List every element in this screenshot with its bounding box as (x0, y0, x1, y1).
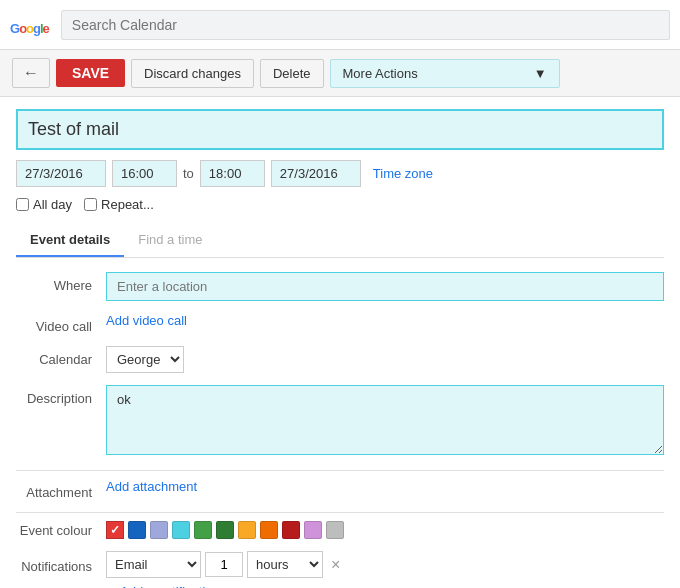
notification-type-select[interactable]: Email Notification (106, 551, 201, 578)
main-content: to Time zone All day Repeat... Event det… (0, 97, 680, 588)
repeat-checkbox[interactable] (84, 198, 97, 211)
discard-button[interactable]: Discard changes (131, 59, 254, 88)
add-notification-link[interactable]: Add a notification (120, 584, 220, 588)
tab-find-time[interactable]: Find a time (124, 224, 216, 257)
event-colour-row: Event colour (16, 521, 664, 539)
more-actions-button[interactable]: More Actions ▼ (330, 59, 560, 88)
divider-2 (16, 512, 664, 513)
video-call-row: Video call Add video call (16, 313, 664, 334)
back-button[interactable]: ← (12, 58, 50, 88)
attachment-row: Attachment Add attachment (16, 479, 664, 500)
add-notification-row: Add a notification (16, 584, 664, 588)
colour-swatch-blue[interactable] (128, 521, 146, 539)
colour-swatch-dark-red[interactable] (282, 521, 300, 539)
to-label: to (183, 166, 194, 181)
add-attachment-link[interactable]: Add attachment (106, 479, 197, 494)
description-label: Description (16, 385, 106, 406)
search-input[interactable] (61, 10, 670, 40)
notifications-label: Notifications (16, 555, 106, 574)
save-button[interactable]: SAVE (56, 59, 125, 87)
colour-swatch-lavender[interactable] (150, 521, 168, 539)
attachment-value: Add attachment (106, 479, 664, 494)
repeat-checkbox-label[interactable]: Repeat... (84, 197, 154, 212)
datetime-row: to Time zone (16, 160, 664, 187)
start-time-input[interactable] (112, 160, 177, 187)
colour-swatch-red-checked[interactable] (106, 521, 124, 539)
chevron-down-icon: ▼ (534, 66, 547, 81)
calendar-row: Calendar George (16, 346, 664, 373)
colour-swatch-orange[interactable] (260, 521, 278, 539)
header: Google (0, 0, 680, 50)
notification-unit-select[interactable]: minutes hours days weeks (247, 551, 323, 578)
toolbar: ← SAVE Discard changes Delete More Actio… (0, 50, 680, 97)
all-day-label: All day (33, 197, 72, 212)
colour-swatch-yellow[interactable] (238, 521, 256, 539)
calendar-value: George (106, 346, 664, 373)
description-value: ok (106, 385, 664, 458)
calendar-label: Calendar (16, 346, 106, 367)
notification-number-input[interactable] (205, 552, 243, 577)
colour-swatch-grey[interactable] (326, 521, 344, 539)
all-day-checkbox[interactable] (16, 198, 29, 211)
video-call-value: Add video call (106, 313, 664, 328)
event-colour-label: Event colour (16, 523, 106, 538)
description-textarea[interactable]: ok (106, 385, 664, 455)
where-label: Where (16, 272, 106, 293)
notifications-row: Notifications Email Notification minutes… (16, 551, 664, 578)
add-video-call-link[interactable]: Add video call (106, 313, 187, 328)
notifications-controls: Email Notification minutes hours days we… (106, 551, 340, 578)
tab-event-details[interactable]: Event details (16, 224, 124, 257)
video-call-label: Video call (16, 313, 106, 334)
timezone-link[interactable]: Time zone (373, 166, 433, 181)
repeat-label: Repeat... (101, 197, 154, 212)
calendar-select[interactable]: George (106, 346, 184, 373)
notification-remove-button[interactable]: × (331, 556, 340, 574)
end-date-input[interactable] (271, 160, 361, 187)
start-date-input[interactable] (16, 160, 106, 187)
all-day-checkbox-label[interactable]: All day (16, 197, 72, 212)
options-row: All day Repeat... (16, 197, 664, 212)
colour-swatch-green[interactable] (194, 521, 212, 539)
divider-1 (16, 470, 664, 471)
tabs: Event details Find a time (16, 224, 664, 258)
attachment-label: Attachment (16, 479, 106, 500)
event-title-input[interactable] (16, 109, 664, 150)
location-input[interactable] (106, 272, 664, 301)
delete-button[interactable]: Delete (260, 59, 324, 88)
colour-swatch-teal[interactable] (172, 521, 190, 539)
where-row: Where (16, 272, 664, 301)
google-logo: Google (10, 9, 49, 40)
colour-swatch-dark-green[interactable] (216, 521, 234, 539)
more-actions-label: More Actions (343, 66, 418, 81)
colour-swatch-pink[interactable] (304, 521, 322, 539)
end-time-input[interactable] (200, 160, 265, 187)
colour-options (106, 521, 344, 539)
description-row: Description ok (16, 385, 664, 458)
where-value (106, 272, 664, 301)
